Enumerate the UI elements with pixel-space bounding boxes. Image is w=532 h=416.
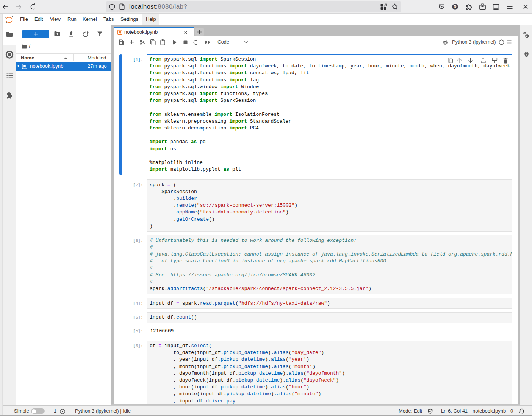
svg-text:R: R xyxy=(454,5,457,9)
